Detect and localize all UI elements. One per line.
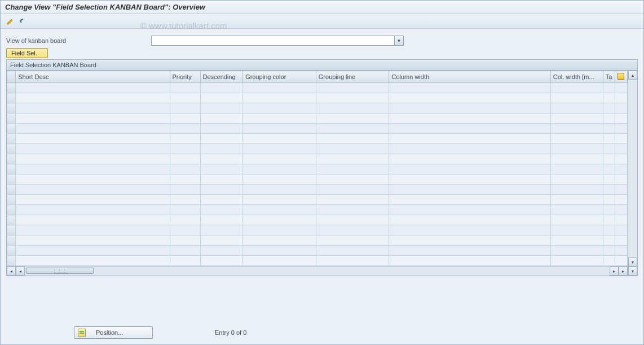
cell[interactable] (200, 134, 243, 144)
scroll-right-end-icon[interactable]: ▸ (619, 267, 628, 276)
cell[interactable] (603, 225, 615, 235)
cell[interactable] (615, 205, 628, 215)
cell[interactable] (615, 124, 628, 134)
col-column-width[interactable]: Column width (389, 71, 550, 83)
cell[interactable] (16, 103, 170, 113)
cell[interactable] (603, 174, 615, 185)
vertical-scrollbar[interactable]: ▴ ▾ ▾ (628, 71, 637, 276)
cell[interactable] (389, 205, 550, 215)
cell[interactable] (200, 93, 243, 103)
cell[interactable] (243, 113, 316, 124)
cell[interactable] (200, 124, 243, 134)
cell[interactable] (615, 164, 628, 174)
cell[interactable] (170, 185, 200, 195)
cell[interactable] (550, 83, 603, 93)
row-selector[interactable] (7, 215, 16, 225)
cell[interactable] (389, 195, 550, 205)
row-selector[interactable] (7, 124, 16, 134)
cell[interactable] (316, 83, 389, 93)
cell[interactable] (316, 195, 389, 205)
cell[interactable] (550, 174, 603, 185)
cell[interactable] (550, 144, 603, 154)
cell[interactable] (389, 103, 550, 113)
chevron-down-icon[interactable]: ▼ (394, 36, 403, 45)
cell[interactable] (550, 134, 603, 144)
row-selector[interactable] (7, 174, 16, 185)
cell[interactable] (389, 83, 550, 93)
cell[interactable] (316, 256, 389, 266)
cell[interactable] (200, 205, 243, 215)
cell[interactable] (603, 93, 615, 103)
cell[interactable] (615, 83, 628, 93)
cell[interactable] (550, 205, 603, 215)
cell[interactable] (16, 256, 170, 266)
cell[interactable] (603, 246, 615, 256)
cell[interactable] (389, 164, 550, 174)
row-selector[interactable] (7, 185, 16, 195)
scroll-down-end-icon[interactable]: ▾ (628, 267, 637, 276)
cell[interactable] (170, 83, 200, 93)
scroll-up-icon[interactable]: ▴ (628, 71, 637, 80)
cell[interactable] (316, 185, 389, 195)
cell[interactable] (170, 256, 200, 266)
cell[interactable] (389, 185, 550, 195)
cell[interactable] (550, 256, 603, 266)
cell[interactable] (16, 205, 170, 215)
col-descending[interactable]: Descending (200, 71, 243, 83)
cell[interactable] (389, 256, 550, 266)
cell[interactable] (16, 225, 170, 235)
cell[interactable] (389, 154, 550, 164)
cell[interactable] (603, 154, 615, 164)
row-selector[interactable] (7, 235, 16, 246)
cell[interactable] (243, 185, 316, 195)
cell[interactable] (16, 246, 170, 256)
row-selector[interactable] (7, 103, 16, 113)
cell[interactable] (170, 174, 200, 185)
row-selector[interactable] (7, 154, 16, 164)
cell[interactable] (243, 225, 316, 235)
horizontal-scrollbar[interactable]: ◂ ◂ ⋮⋮⋮ ▸ ▸ (7, 266, 628, 276)
cell[interactable] (170, 134, 200, 144)
cell[interactable] (615, 235, 628, 246)
cell[interactable] (550, 235, 603, 246)
cell[interactable] (615, 246, 628, 256)
cell[interactable] (603, 205, 615, 215)
cell[interactable] (200, 83, 243, 93)
cell[interactable] (200, 225, 243, 235)
cell[interactable] (243, 93, 316, 103)
col-grouping-color[interactable]: Grouping color (243, 71, 316, 83)
cell[interactable] (16, 93, 170, 103)
cell[interactable] (200, 144, 243, 154)
cell[interactable] (243, 83, 316, 93)
cell[interactable] (389, 134, 550, 144)
cell[interactable] (16, 134, 170, 144)
cell[interactable] (16, 235, 170, 246)
cell[interactable] (200, 174, 243, 185)
col-priority[interactable]: Priority (170, 71, 200, 83)
cell[interactable] (316, 124, 389, 134)
cell[interactable] (16, 154, 170, 164)
cell[interactable] (16, 195, 170, 205)
cell[interactable] (16, 174, 170, 185)
cell[interactable] (200, 164, 243, 174)
cell[interactable] (316, 205, 389, 215)
cell[interactable] (615, 103, 628, 113)
cell[interactable] (389, 215, 550, 225)
cell[interactable] (243, 174, 316, 185)
cell[interactable] (243, 144, 316, 154)
col-width-m[interactable]: Col. width [m... (550, 71, 603, 83)
cell[interactable] (603, 256, 615, 266)
row-selector[interactable] (7, 164, 16, 174)
cell[interactable] (200, 103, 243, 113)
table-settings-button[interactable] (615, 71, 628, 83)
cell[interactable] (170, 205, 200, 215)
cell[interactable] (615, 174, 628, 185)
cell[interactable] (316, 144, 389, 154)
cell[interactable] (603, 113, 615, 124)
cell[interactable] (243, 124, 316, 134)
cell[interactable] (603, 103, 615, 113)
cell[interactable] (550, 154, 603, 164)
cell[interactable] (389, 174, 550, 185)
cell[interactable] (316, 154, 389, 164)
cell[interactable] (316, 113, 389, 124)
